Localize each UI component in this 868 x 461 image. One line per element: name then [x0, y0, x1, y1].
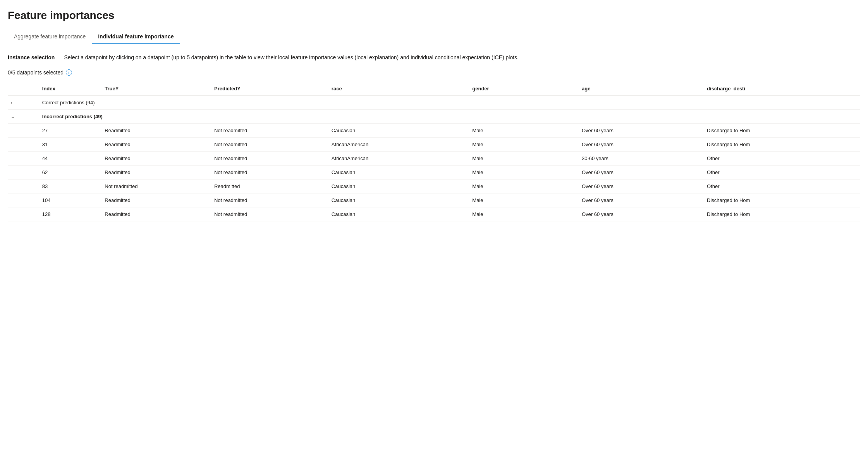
data-table: Index TrueY PredictedY race gender age d…	[8, 82, 860, 221]
cell-race: Caucasian	[328, 124, 469, 138]
cell-index: 62	[39, 166, 102, 180]
table-row[interactable]: 104 Readmitted Not readmitted Caucasian …	[8, 193, 860, 207]
cell-predictedy: Not readmitted	[211, 166, 328, 180]
cell-gender: Male	[469, 166, 579, 180]
table-row[interactable]: 62 Readmitted Not readmitted Caucasian M…	[8, 166, 860, 180]
row-chevron	[8, 180, 39, 193]
col-header-predictedy[interactable]: PredictedY	[211, 82, 328, 96]
cell-predictedy: Readmitted	[211, 180, 328, 193]
cell-index: 128	[39, 207, 102, 221]
cell-discharge: Other	[704, 166, 860, 180]
table-row[interactable]: 31 Readmitted Not readmitted AfricanAmer…	[8, 138, 860, 152]
cell-race: AfricanAmerican	[328, 138, 469, 152]
datapoints-selected-text: 0/5 datapoints selected	[8, 69, 64, 76]
cell-truey: Readmitted	[101, 193, 211, 207]
col-header-age[interactable]: age	[579, 82, 704, 96]
group-row-incorrect[interactable]: ⌄ Incorrect predictions (49)	[8, 110, 860, 124]
col-header-chevron	[8, 82, 39, 96]
cell-predictedy: Not readmitted	[211, 124, 328, 138]
cell-race: Caucasian	[328, 166, 469, 180]
cell-age: Over 60 years	[579, 193, 704, 207]
page-title: Feature importances	[8, 9, 860, 22]
group-label-incorrect: Incorrect predictions (49)	[39, 110, 860, 124]
cell-predictedy: Not readmitted	[211, 152, 328, 166]
table-row[interactable]: 128 Readmitted Not readmitted Caucasian …	[8, 207, 860, 221]
cell-race: Caucasian	[328, 180, 469, 193]
cell-discharge: Discharged to Hom	[704, 193, 860, 207]
row-chevron	[8, 207, 39, 221]
cell-truey: Readmitted	[101, 166, 211, 180]
datapoints-selected-row: 0/5 datapoints selected i	[8, 69, 860, 76]
info-icon[interactable]: i	[66, 69, 72, 76]
tabs-container: Aggregate feature importance Individual …	[8, 29, 860, 44]
col-header-gender[interactable]: gender	[469, 82, 579, 96]
cell-gender: Male	[469, 152, 579, 166]
cell-predictedy: Not readmitted	[211, 193, 328, 207]
instance-section: Instance selection Select a datapoint by…	[8, 54, 860, 62]
cell-truey: Not readmitted	[101, 180, 211, 193]
cell-race: AfricanAmerican	[328, 152, 469, 166]
table-container: Index TrueY PredictedY race gender age d…	[8, 82, 860, 221]
cell-truey: Readmitted	[101, 152, 211, 166]
col-header-discharge[interactable]: discharge_desti	[704, 82, 860, 96]
chevron-correct[interactable]: ›	[8, 96, 39, 110]
cell-truey: Readmitted	[101, 138, 211, 152]
cell-index: 27	[39, 124, 102, 138]
cell-predictedy: Not readmitted	[211, 138, 328, 152]
cell-index: 44	[39, 152, 102, 166]
cell-age: Over 60 years	[579, 124, 704, 138]
table-header-row: Index TrueY PredictedY race gender age d…	[8, 82, 860, 96]
cell-discharge: Other	[704, 180, 860, 193]
cell-truey: Readmitted	[101, 207, 211, 221]
instance-selection-description: Select a datapoint by clicking on a data…	[64, 54, 860, 62]
cell-gender: Male	[469, 124, 579, 138]
cell-truey: Readmitted	[101, 124, 211, 138]
row-chevron	[8, 152, 39, 166]
col-header-index[interactable]: Index	[39, 82, 102, 96]
instance-selection-label: Instance selection	[8, 54, 55, 62]
cell-predictedy: Not readmitted	[211, 207, 328, 221]
cell-gender: Male	[469, 180, 579, 193]
table-row[interactable]: 44 Readmitted Not readmitted AfricanAmer…	[8, 152, 860, 166]
chevron-incorrect[interactable]: ⌄	[8, 110, 39, 124]
cell-gender: Male	[469, 193, 579, 207]
row-chevron	[8, 124, 39, 138]
cell-age: Over 60 years	[579, 180, 704, 193]
chevron-down-icon: ⌄	[11, 114, 14, 119]
cell-age: 30-60 years	[579, 152, 704, 166]
cell-age: Over 60 years	[579, 166, 704, 180]
cell-discharge: Other	[704, 152, 860, 166]
cell-index: 31	[39, 138, 102, 152]
cell-discharge: Discharged to Hom	[704, 207, 860, 221]
cell-index: 104	[39, 193, 102, 207]
cell-gender: Male	[469, 138, 579, 152]
cell-discharge: Discharged to Hom	[704, 138, 860, 152]
cell-index: 83	[39, 180, 102, 193]
chevron-right-icon: ›	[11, 100, 12, 105]
tab-individual[interactable]: Individual feature importance	[92, 29, 180, 44]
group-row-correct[interactable]: › Correct predictions (94)	[8, 96, 860, 110]
cell-race: Caucasian	[328, 207, 469, 221]
row-chevron	[8, 166, 39, 180]
row-chevron	[8, 193, 39, 207]
cell-age: Over 60 years	[579, 138, 704, 152]
cell-age: Over 60 years	[579, 207, 704, 221]
col-header-truey[interactable]: TrueY	[101, 82, 211, 96]
row-chevron	[8, 138, 39, 152]
tab-aggregate[interactable]: Aggregate feature importance	[8, 29, 92, 44]
table-row[interactable]: 27 Readmitted Not readmitted Caucasian M…	[8, 124, 860, 138]
cell-discharge: Discharged to Hom	[704, 124, 860, 138]
cell-race: Caucasian	[328, 193, 469, 207]
cell-gender: Male	[469, 207, 579, 221]
table-row[interactable]: 83 Not readmitted Readmitted Caucasian M…	[8, 180, 860, 193]
group-label-correct: Correct predictions (94)	[39, 96, 860, 110]
col-header-race[interactable]: race	[328, 82, 469, 96]
